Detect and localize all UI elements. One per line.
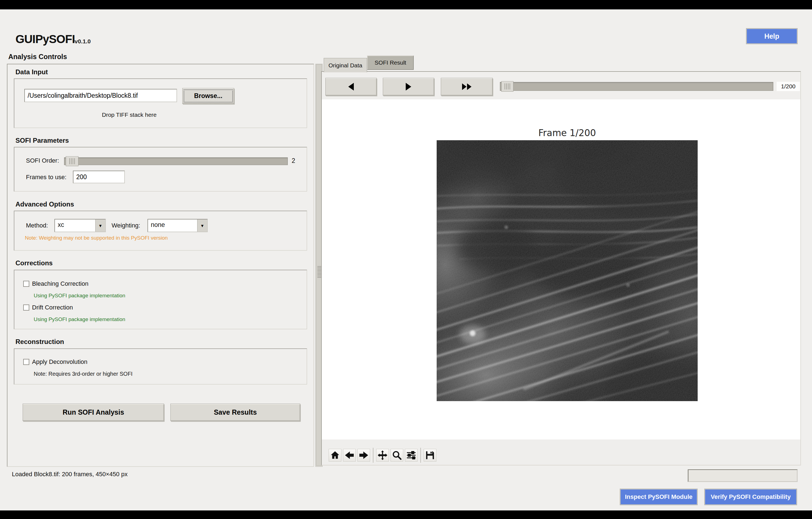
play-button[interactable] (383, 78, 434, 95)
back-arrow-icon[interactable] (343, 449, 356, 462)
method-label: Method: (26, 222, 48, 229)
drift-correction-label: Drift Correction (32, 304, 73, 311)
verify-pysofi-compatibility-button[interactable]: Verify PySOFI Compatibility (704, 489, 797, 505)
weighting-value: none (148, 219, 197, 232)
weighting-label: Weighting: (112, 222, 140, 229)
data-input-title: Data Input (16, 68, 48, 76)
inspect-pysofi-module-button[interactable]: Inspect PySOFI Module (620, 489, 698, 505)
window-top-bar (0, 0, 812, 9)
scrollbar-grip (317, 266, 321, 278)
toolbar-separator (373, 448, 373, 463)
sofi-order-slider-handle[interactable] (66, 156, 79, 166)
reconstruction-groupbox (14, 348, 307, 385)
figure-title: Frame 1/200 (437, 127, 698, 138)
app-version: v0.1.0 (75, 38, 91, 45)
method-dropdown[interactable]: xc ▼ (54, 219, 106, 232)
frames-to-use-label: Frames to use: (26, 174, 66, 181)
sofi-order-value: 2 (292, 157, 295, 164)
status-bar-text: Loaded Block8.tif: 200 frames, 450×450 p… (12, 471, 127, 478)
slider-grip (504, 83, 510, 89)
configure-subplots-icon[interactable] (405, 449, 417, 462)
method-dropdown-button[interactable]: ▼ (95, 219, 105, 232)
save-results-button[interactable]: Save Results (170, 404, 300, 421)
previous-frame-icon (348, 83, 354, 91)
bleaching-correction-checkbox[interactable] (23, 281, 29, 287)
advanced-options-title: Advanced Options (16, 201, 74, 208)
figure-toolbar (322, 439, 801, 465)
frame-slider[interactable] (500, 82, 773, 91)
forward-arrow-icon[interactable] (357, 449, 370, 462)
drop-tiff-hint: Drop TIFF stack here (24, 112, 234, 118)
play-icon (406, 83, 411, 91)
frames-to-use-input[interactable] (73, 171, 125, 183)
reconstruction-title: Reconstruction (16, 338, 64, 346)
save-icon[interactable] (424, 449, 436, 462)
apply-deconvolution-checkbox[interactable] (23, 359, 29, 365)
slider-grip (69, 158, 75, 164)
bleaching-correction-label: Bleaching Correction (32, 280, 88, 287)
weighting-dropdown-button[interactable]: ▼ (197, 219, 207, 232)
zoom-icon[interactable] (390, 449, 403, 462)
tab-sofi-result[interactable]: SOFI Result (367, 56, 414, 70)
browse-button[interactable]: Browse... (182, 88, 234, 104)
method-value: xc (55, 219, 95, 232)
corrections-title: Corrections (16, 259, 53, 267)
toolbar-separator (420, 448, 421, 463)
window-bottom-bar (0, 511, 812, 519)
sofi-parameters-groupbox (14, 147, 307, 191)
bleaching-implementation-note: Using PySOFI package implementation (34, 293, 125, 299)
chevron-down-icon: ▼ (200, 223, 204, 228)
app-title: GUIPySOFI (16, 33, 75, 46)
weighting-warning-note: Note: Weighting may not be supported in … (25, 235, 168, 241)
analysis-controls-heading: Analysis Controls (8, 53, 67, 61)
fast-forward-button[interactable] (441, 78, 493, 95)
home-icon[interactable] (329, 449, 341, 462)
weighting-dropdown[interactable]: none ▼ (147, 219, 208, 232)
deconvolution-note: Note: Requires 3rd-order or higher SOFI (34, 371, 133, 377)
progress-bar (688, 469, 798, 482)
sofi-order-slider[interactable] (64, 157, 288, 165)
drift-correction-checkbox[interactable] (23, 305, 29, 311)
drift-implementation-note: Using PySOFI package implementation (34, 316, 125, 323)
sofi-parameters-title: SOFI Parameters (16, 136, 69, 144)
file-path-input[interactable] (24, 89, 177, 102)
microscopy-frame-image (437, 140, 698, 401)
previous-frame-button[interactable] (325, 78, 377, 95)
sofi-order-label: SOFI Order: (26, 157, 59, 164)
chevron-down-icon: ▼ (98, 223, 103, 228)
run-sofi-analysis-button[interactable]: Run SOFI Analysis (23, 404, 164, 421)
frame-slider-handle[interactable] (501, 81, 514, 92)
apply-deconvolution-label: Apply Deconvolution (32, 358, 88, 366)
frame-counter-label: 1/200 (777, 82, 800, 91)
data-input-groupbox (14, 79, 307, 128)
help-button[interactable]: Help (746, 28, 798, 44)
fast-forward-icon (462, 83, 471, 90)
pan-icon[interactable] (376, 449, 389, 462)
tab-original-data[interactable]: Original Data (324, 58, 367, 72)
